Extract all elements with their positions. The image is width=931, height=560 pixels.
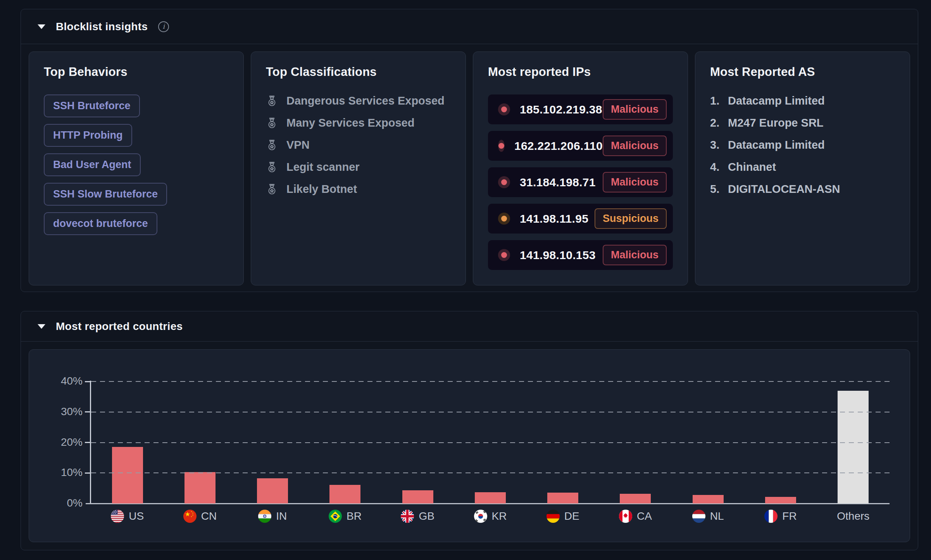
flag-ca-icon xyxy=(619,510,632,523)
country-code-label: Others xyxy=(837,510,869,522)
ip-list: 185.102.219.38Malicious162.221.206.110Ma… xyxy=(488,94,673,270)
y-tick-mark xyxy=(85,381,90,382)
classification-item: Legit scanner xyxy=(266,161,451,173)
x-label-nl: NL xyxy=(672,510,744,523)
bar-gb[interactable] xyxy=(402,490,433,503)
x-label-gb: GB xyxy=(381,510,454,523)
behavior-tag[interactable]: SSH Bruteforce xyxy=(44,94,140,117)
gridline-20 xyxy=(91,442,890,443)
status-dot-icon xyxy=(498,213,510,225)
x-label-in: IN xyxy=(236,510,309,523)
status-badge: Malicious xyxy=(603,172,667,192)
section-most-reported-countries: Most reported countries USCNINBRGBKRDECA… xyxy=(21,311,918,550)
ip-row[interactable]: 31.184.198.71Malicious xyxy=(488,167,673,197)
blocklist-insights-header[interactable]: Blocklist insights i xyxy=(21,9,918,44)
flag-nl-icon xyxy=(692,510,705,523)
y-tick-mark xyxy=(85,442,90,443)
classification-item: Dangerous Services Exposed xyxy=(266,94,451,107)
country-code-label: KR xyxy=(492,510,507,522)
ip-row[interactable]: 141.98.10.153Malicious xyxy=(488,240,673,270)
country-code-label: GB xyxy=(419,510,434,522)
ip-address: 141.98.10.153 xyxy=(520,249,596,262)
classification-list: Dangerous Services ExposedMany Services … xyxy=(266,94,451,196)
status-dot-icon xyxy=(498,249,510,261)
as-name: M247 Europe SRL xyxy=(728,117,824,129)
caret-down-icon[interactable] xyxy=(38,24,45,29)
bar-us[interactable] xyxy=(112,447,143,503)
bar-fr[interactable] xyxy=(765,497,796,503)
panel-most-reported-ips: Most reported IPs 185.102.219.38Maliciou… xyxy=(473,52,688,285)
panel-title: Most reported IPs xyxy=(488,65,673,79)
y-tick-label: 10% xyxy=(36,466,83,479)
as-item: 5.DIGITALOCEAN-ASN xyxy=(710,183,895,196)
as-item: 1.Datacamp Limited xyxy=(710,94,895,107)
classification-label: Likely Botnet xyxy=(286,183,357,196)
medal-icon xyxy=(266,183,278,195)
as-item: 4.Chinanet xyxy=(710,161,895,173)
x-label-ca: CA xyxy=(599,510,672,523)
bar-others[interactable] xyxy=(838,391,869,503)
classification-label: VPN xyxy=(286,139,310,151)
status-dot-icon xyxy=(498,176,510,188)
y-tick-label: 0% xyxy=(36,497,83,509)
behavior-tags: SSH BruteforceHTTP ProbingBad User Agent… xyxy=(44,94,229,235)
panel-title: Top Behaviors xyxy=(44,65,229,79)
country-code-label: US xyxy=(129,510,144,522)
country-code-label: CA xyxy=(637,510,652,522)
countries-header[interactable]: Most reported countries xyxy=(21,311,918,342)
country-code-label: NL xyxy=(710,510,724,522)
panel-most-reported-as: Most Reported AS 1.Datacamp Limited2.M24… xyxy=(695,52,910,285)
flag-us-icon xyxy=(111,510,124,523)
info-icon[interactable]: i xyxy=(158,21,169,32)
classification-label: Dangerous Services Exposed xyxy=(286,94,445,107)
medal-icon xyxy=(266,95,278,107)
gridline-30 xyxy=(91,412,890,412)
x-label-kr: KR xyxy=(454,510,526,523)
as-name: Datacamp Limited xyxy=(728,94,825,107)
country-code-label: BR xyxy=(347,510,362,522)
as-list: 1.Datacamp Limited2.M247 Europe SRL3.Dat… xyxy=(710,94,895,196)
bar-cn[interactable] xyxy=(184,472,216,503)
country-code-label: DE xyxy=(564,510,579,522)
chart-x-labels: USCNINBRGBKRDECANLFROthers xyxy=(91,510,890,523)
country-code-label: FR xyxy=(782,510,797,522)
section-title: Blocklist insights xyxy=(56,21,148,33)
panel-title: Most Reported AS xyxy=(710,65,895,79)
countries-bar-chart: USCNINBRGBKRDECANLFROthers 0%10%20%30%40… xyxy=(29,349,910,542)
bar-nl[interactable] xyxy=(693,495,724,503)
as-rank: 4. xyxy=(710,161,728,173)
ip-row[interactable]: 141.98.11.95Suspicious xyxy=(488,204,673,234)
x-label-us: US xyxy=(91,510,164,523)
as-item: 2.M247 Europe SRL xyxy=(710,117,895,129)
behavior-tag[interactable]: dovecot bruteforce xyxy=(44,212,157,235)
as-name: Chinanet xyxy=(728,161,776,173)
panel-title: Top Classifications xyxy=(266,65,451,79)
bar-kr[interactable] xyxy=(475,492,506,503)
as-name: Datacamp Limited xyxy=(728,139,825,151)
caret-down-icon[interactable] xyxy=(38,324,45,329)
flag-de-icon xyxy=(547,510,560,523)
classification-label: Many Services Exposed xyxy=(286,117,414,129)
classification-item: Many Services Exposed xyxy=(266,117,451,129)
insights-panels: Top Behaviors SSH BruteforceHTTP Probing… xyxy=(21,44,918,292)
ip-row[interactable]: 162.221.206.110Malicious xyxy=(488,131,673,161)
as-rank: 2. xyxy=(710,117,728,129)
classification-label: Legit scanner xyxy=(286,161,360,173)
behavior-tag[interactable]: Bad User Agent xyxy=(44,153,141,176)
bar-in[interactable] xyxy=(257,478,288,503)
medal-icon xyxy=(266,117,278,129)
flag-br-icon xyxy=(329,510,342,523)
ip-row[interactable]: 185.102.219.38Malicious xyxy=(488,94,673,124)
behavior-tag[interactable]: SSH Slow Bruteforce xyxy=(44,183,167,206)
gridline-40 xyxy=(91,381,890,382)
behavior-tag[interactable]: HTTP Probing xyxy=(44,124,132,147)
as-name: DIGITALOCEAN-ASN xyxy=(728,183,840,196)
bar-de[interactable] xyxy=(547,493,578,503)
bar-br[interactable] xyxy=(329,485,360,503)
x-label-cn: CN xyxy=(164,510,236,523)
status-badge: Malicious xyxy=(603,245,667,265)
y-tick-label: 30% xyxy=(36,405,83,418)
bar-ca[interactable] xyxy=(620,494,651,503)
as-rank: 3. xyxy=(710,139,728,151)
country-code-label: CN xyxy=(201,510,217,522)
